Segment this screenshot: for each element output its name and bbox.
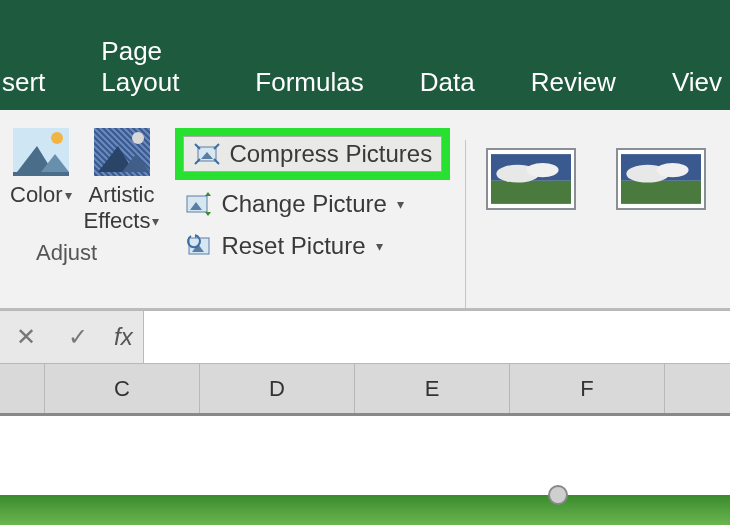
chevron-down-icon: ▾ <box>397 196 404 212</box>
enter-button[interactable]: ✓ <box>52 323 104 351</box>
svg-point-7 <box>132 132 144 144</box>
formula-bar: ✕ ✓ fx <box>0 310 730 364</box>
svg-point-1 <box>51 132 63 144</box>
reset-picture-icon <box>185 234 213 258</box>
svg-rect-18 <box>491 181 571 204</box>
fx-label[interactable]: fx <box>104 323 143 351</box>
svg-rect-22 <box>621 181 701 204</box>
selected-picture-edge[interactable] <box>0 495 730 525</box>
artistic-effects-label-2: Effects <box>84 208 151 234</box>
ribbon: Color ▾ Artistic <box>0 110 730 310</box>
group-label-adjust: Adjust <box>36 240 163 266</box>
change-picture-label: Change Picture <box>221 190 386 218</box>
artistic-effects-label-1: Artistic <box>89 182 155 208</box>
compress-pictures-button[interactable]: Compress Pictures <box>175 128 450 180</box>
tab-formulas[interactable]: Formulas <box>247 67 371 98</box>
color-label: Color <box>10 182 63 208</box>
chevron-down-icon: ▾ <box>152 213 159 229</box>
picture-styles-gallery[interactable] <box>465 140 726 308</box>
compress-pictures-label: Compress Pictures <box>229 140 432 168</box>
column-header[interactable]: C <box>45 364 200 413</box>
change-picture-icon <box>185 192 213 216</box>
column-header[interactable]: G <box>665 364 730 413</box>
color-icon <box>13 128 69 176</box>
picture-style-thumb[interactable] <box>486 148 576 210</box>
landscape-icon <box>621 153 701 205</box>
change-picture-button[interactable]: Change Picture ▾ <box>175 186 450 222</box>
artistic-effects-button[interactable]: Artistic Effects ▾ <box>80 126 164 236</box>
tab-review[interactable]: Review <box>523 67 624 98</box>
reset-picture-button[interactable]: Reset Picture ▾ <box>175 228 450 264</box>
color-button[interactable]: Color ▾ <box>6 126 76 236</box>
ribbon-tabs: sert Page Layout Formulas Data Review Vi… <box>0 0 730 110</box>
tab-view[interactable]: Viev <box>664 67 730 98</box>
picture-commands: Compress Pictures Change Picture ▾ Reset… <box>175 128 450 308</box>
svg-point-24 <box>657 163 689 177</box>
row-header-gutter <box>0 364 45 413</box>
compress-pictures-icon <box>193 142 221 166</box>
tab-page-layout[interactable]: Page Layout <box>93 36 207 98</box>
svg-point-20 <box>527 163 559 177</box>
tab-data[interactable]: Data <box>412 67 483 98</box>
worksheet-grid[interactable] <box>0 416 730 496</box>
cancel-button[interactable]: ✕ <box>0 323 52 351</box>
formula-input[interactable] <box>143 311 730 363</box>
column-header[interactable]: D <box>200 364 355 413</box>
picture-style-thumb[interactable] <box>616 148 706 210</box>
ribbon-group-adjust: Color ▾ Artistic <box>0 110 171 308</box>
chevron-down-icon: ▾ <box>65 187 72 203</box>
reset-picture-label: Reset Picture <box>221 232 365 260</box>
svg-rect-4 <box>13 172 69 176</box>
artistic-effects-icon <box>94 128 150 176</box>
landscape-icon <box>491 153 571 205</box>
column-header[interactable]: E <box>355 364 510 413</box>
tab-insert[interactable]: sert <box>0 67 53 98</box>
chevron-down-icon: ▾ <box>376 238 383 254</box>
selection-handle[interactable] <box>548 485 568 505</box>
column-header[interactable]: F <box>510 364 665 413</box>
column-headers: C D E F G <box>0 364 730 416</box>
